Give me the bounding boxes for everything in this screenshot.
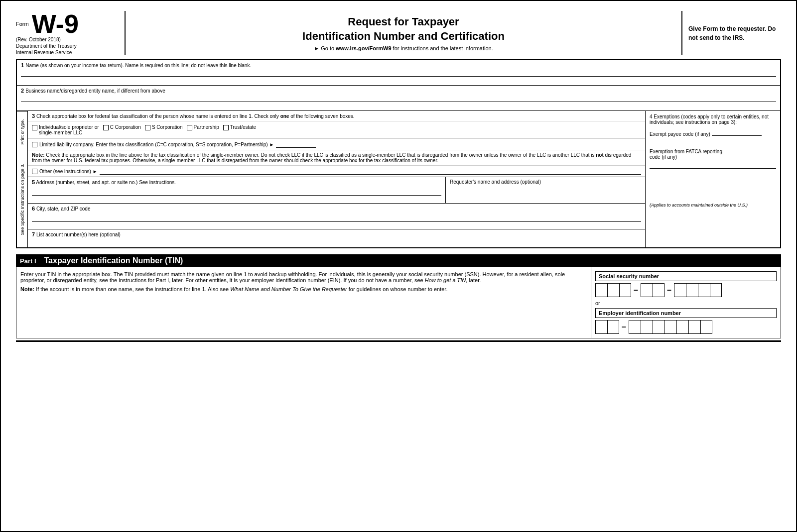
checkbox-c-corp[interactable]	[103, 125, 109, 130]
note-block: Note: Check the appropriate box in the l…	[28, 150, 645, 166]
line2-input-area[interactable]	[21, 102, 776, 102]
note-not: not	[596, 152, 604, 158]
check-partnership: Partnership	[187, 124, 219, 130]
line1-input-area[interactable]	[21, 76, 776, 77]
line7-num: 7	[32, 231, 35, 237]
line6-desc: City, state, and ZIP code	[36, 206, 91, 212]
ssn-box-6[interactable]	[674, 283, 686, 297]
address-section: 5 Address (number, street, and apt. or s…	[28, 177, 645, 204]
ssn-box-8[interactable]	[698, 283, 710, 297]
exempt-payee-input[interactable]	[712, 129, 762, 136]
ssn-box-7[interactable]	[686, 283, 698, 297]
other-input[interactable]	[100, 168, 641, 175]
dept-line2: Internal Revenue Service	[16, 50, 120, 55]
line6-input[interactable]	[32, 221, 641, 222]
label-trust: Trust/estate	[230, 124, 256, 130]
ein-box-2[interactable]	[607, 320, 619, 334]
dept-line1: Department of the Treasury	[16, 43, 120, 49]
checkbox-s-corp[interactable]	[145, 125, 150, 130]
checkbox-other[interactable]	[32, 169, 37, 174]
main-title-line2: Identification Number and Certification	[135, 29, 671, 44]
ssn-box-1[interactable]	[595, 283, 607, 297]
fatca-label: Exemption from FATCA reporting code (if …	[650, 149, 776, 160]
tin-desc1-italic: How to get a TIN,	[425, 277, 468, 283]
line1-row: 1 Name (as shown on your income tax retu…	[16, 60, 781, 86]
part1-title: Taxpayer Identification Number (TIN)	[44, 256, 183, 265]
checkbox-individual[interactable]	[32, 125, 37, 130]
part1-label: Part I	[20, 257, 36, 265]
llc-input[interactable]	[276, 141, 316, 148]
line3-header: 3 Check appropriate box for federal tax …	[28, 111, 645, 121]
checkbox-llc[interactable]	[32, 142, 37, 147]
header-right: Give Form to the requester. Do not send …	[681, 11, 781, 55]
form-number: W-9	[32, 11, 79, 37]
llc-row: Limited liability company. Enter the tax…	[28, 139, 645, 150]
note-bold: Note:	[32, 152, 45, 158]
requester-label: Requester's name and address (optional)	[450, 179, 641, 185]
spacer	[650, 139, 776, 149]
go-to-line: ► Go to www.irs.gov/FormW9 for instructi…	[135, 45, 671, 51]
line6-desc-area: 6 City, state, and ZIP code	[32, 206, 641, 212]
ein-box-1[interactable]	[595, 320, 607, 334]
exemptions-panel: 4 Exemptions (codes apply only to certai…	[646, 111, 780, 247]
see-specific-label: See Specific Instructions on page 3.	[17, 152, 27, 247]
line5-input[interactable]	[32, 195, 441, 196]
go-to-prefix: ► Go to	[314, 45, 336, 51]
line5-desc-area: 5 Address (number, street, and apt. or s…	[32, 179, 441, 185]
checkbox-trust[interactable]	[223, 125, 229, 130]
line5-num: 5	[32, 179, 35, 185]
form-w9-page: Form W-9 (Rev. October 2018) Department …	[0, 0, 797, 532]
or-text: or	[595, 300, 777, 306]
account-row: 7 List account number(s) here (optional)	[28, 229, 645, 247]
line2-field: 2 Business name/disregarded entity name,…	[17, 86, 780, 110]
ssn-box-5[interactable]	[653, 283, 664, 297]
spacer2	[650, 169, 776, 173]
line1-num: 1	[21, 62, 24, 68]
ein-box-5[interactable]	[653, 320, 664, 334]
check-trust: Trust/estate	[223, 124, 256, 130]
ein-box-6[interactable]	[664, 320, 676, 334]
line1-field: 1 Name (as shown on your income tax retu…	[17, 60, 780, 85]
ein-box-4[interactable]	[641, 320, 653, 334]
exempt-payee-area: Exempt payee code (if any)	[650, 129, 776, 137]
ein-box-3[interactable]	[629, 320, 641, 334]
ssn-box-4[interactable]	[641, 283, 653, 297]
check-s-corp: S Corporation	[145, 124, 183, 130]
tin-section: Enter your TIN in the appropriate box. T…	[16, 267, 781, 338]
line3-num: 3	[32, 113, 35, 119]
tin-desc1: Enter your TIN in the appropriate box. T…	[20, 271, 565, 283]
line1-desc: Name (as shown on your income tax return…	[25, 63, 251, 68]
other-label: Other (see instructions) ►	[39, 169, 98, 174]
header-center: Request for Taxpayer Identification Numb…	[126, 11, 681, 55]
form-main-area: 3 Check appropriate box for federal tax …	[28, 111, 646, 247]
ssn-box-2[interactable]	[607, 283, 619, 297]
exempt-payee-label: Exempt payee code (if any)	[650, 131, 710, 137]
form-label: Form	[16, 21, 29, 27]
bottom-border	[16, 340, 781, 342]
tin-note: Note: If the account is in more than one…	[20, 286, 587, 292]
address-main: 5 Address (number, street, and apt. or s…	[28, 177, 446, 203]
line2-desc: Business name/disregarded entity name, i…	[25, 88, 165, 94]
ssn-box-9[interactable]	[710, 283, 722, 297]
check-individual: Individual/sole proprietor or single-mem…	[32, 124, 99, 135]
fatca-input[interactable]	[650, 162, 776, 169]
ein-box-9[interactable]	[700, 320, 712, 334]
ssn-boxes: – –	[595, 283, 777, 297]
note-text: Check the appropriate box in the line ab…	[45, 152, 596, 158]
label-s-corp: S Corporation	[152, 124, 183, 130]
line7-desc-area: 7 List account number(s) here (optional)	[32, 231, 641, 237]
tin-desc: Enter your TIN in the appropriate box. T…	[20, 271, 587, 283]
ein-box-7[interactable]	[676, 320, 688, 334]
go-to-url: www.irs.gov/FormW9	[336, 45, 391, 51]
line3-desc-bold: one	[280, 113, 289, 119]
city-row: 6 City, state, and ZIP code	[28, 204, 645, 229]
check-c-corp: C Corporation	[103, 124, 141, 130]
ein-box-8[interactable]	[688, 320, 700, 334]
checkbox-partnership[interactable]	[187, 125, 192, 130]
line3-desc-end: of the following seven boxes.	[289, 113, 354, 119]
tin-desc1-end: later.	[467, 277, 481, 283]
line2-num: 2	[21, 88, 24, 94]
line3-desc-start: Check appropriate box for federal tax cl…	[36, 113, 280, 119]
main-section: Print or type. See Specific Instructions…	[16, 111, 781, 248]
ssn-box-3[interactable]	[619, 283, 631, 297]
